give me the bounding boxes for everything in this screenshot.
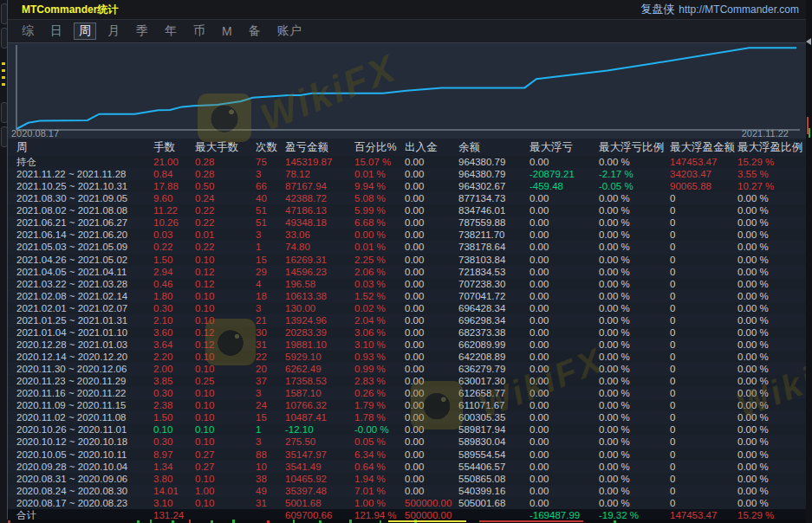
equity-curve-canvas bbox=[8, 43, 806, 139]
table-cell: 0.00 bbox=[529, 278, 599, 290]
table-cell: 0.28 bbox=[195, 168, 256, 180]
table-row[interactable]: 2020.10.12 ~ 2020.10.180.300.103275.500.… bbox=[8, 436, 806, 448]
table-cell: 0.00 % bbox=[599, 436, 670, 448]
table-cell: -20879.21 bbox=[529, 168, 599, 180]
menu-item-2[interactable]: 周 bbox=[74, 23, 96, 40]
table-cell: 0 bbox=[670, 339, 737, 351]
table-row[interactable]: 2020.11.23 ~ 2020.11.293.850.253717358.5… bbox=[8, 375, 806, 387]
table-row[interactable]: 2021.10.25 ~ 2021.10.3117.880.506687167.… bbox=[8, 180, 806, 192]
column-header[interactable]: 余额 bbox=[458, 139, 529, 156]
background-candle-fragment bbox=[189, 520, 191, 523]
column-header[interactable]: 最大浮盈金额 bbox=[670, 139, 737, 156]
table-cell: 5.08 % bbox=[354, 192, 405, 204]
table-row[interactable]: 2020.10.05 ~ 2020.10.118.970.278835147.9… bbox=[8, 449, 806, 461]
column-header[interactable]: 盈亏金额 bbox=[285, 139, 354, 156]
column-header[interactable]: 最大浮亏 bbox=[529, 139, 599, 156]
column-header[interactable]: 周 bbox=[16, 139, 153, 156]
brand-url-link[interactable]: http://MTCommander.com bbox=[679, 3, 799, 16]
table-row[interactable]: 2021.04.26 ~ 2021.05.021.500.101516269.3… bbox=[8, 254, 806, 266]
table-cell: 2021.03.22 ~ 2021.03.28 bbox=[16, 278, 153, 290]
table-cell: 6262.49 bbox=[285, 363, 354, 375]
table-cell: 2020.11.30 ~ 2020.12.06 bbox=[16, 363, 153, 375]
table-cell: 1.00 bbox=[195, 485, 256, 497]
table-cell: 2020.08.17 ~ 2020.08.23 bbox=[16, 497, 153, 509]
table-row[interactable]: 2020.09.28 ~ 2020.10.041.340.27103541.49… bbox=[8, 461, 806, 473]
column-header[interactable]: 出入金 bbox=[405, 139, 458, 156]
table-row[interactable]: 2021.01.25 ~ 2021.01.312.100.102113924.9… bbox=[8, 314, 806, 326]
table-cell: 1.00 % bbox=[354, 497, 405, 509]
menu-item-9[interactable]: 账户 bbox=[272, 23, 307, 40]
column-header[interactable]: 百分比% bbox=[354, 139, 405, 156]
table-row[interactable]: 2020.11.30 ~ 2020.12.062.000.10206262.49… bbox=[8, 363, 806, 375]
column-header[interactable]: 最大浮亏比例 bbox=[599, 139, 670, 156]
table-cell: 66 bbox=[256, 180, 285, 192]
table-row[interactable]: 2020.08.17 ~ 2020.08.233.100.10315001.68… bbox=[8, 497, 806, 509]
table-row[interactable]: 2020.11.09 ~ 2020.11.152.380.102410766.3… bbox=[8, 399, 806, 411]
table-row[interactable]: 2020.12.14 ~ 2020.12.202.200.10225929.10… bbox=[8, 351, 806, 363]
table-cell: 0.00 % bbox=[599, 254, 670, 266]
menu-item-0[interactable]: 综 bbox=[16, 23, 39, 40]
column-header[interactable]: 手数 bbox=[153, 139, 195, 156]
table-row[interactable]: 2021.06.14 ~ 2021.06.200.030.01333.060.0… bbox=[8, 229, 806, 241]
table-row[interactable]: 2021.04.05 ~ 2021.04.112.940.122914596.2… bbox=[8, 266, 806, 278]
table-row[interactable]: 2021.06.21 ~ 2021.06.2710.260.225149348.… bbox=[8, 216, 806, 229]
table-cell: 0.00 bbox=[405, 314, 458, 326]
table-row[interactable]: 2021.02.01 ~ 2021.02.070.300.103130.000.… bbox=[8, 302, 806, 314]
table-cell: 738211.70 bbox=[458, 229, 529, 241]
table-cell: 0 bbox=[670, 449, 737, 461]
table-cell: 0 bbox=[670, 229, 737, 241]
table-cell: 0.00 bbox=[529, 314, 599, 326]
table-cell: 0.00 bbox=[529, 254, 599, 266]
table-row[interactable]: 2021.01.04 ~ 2021.01.103.600.123020283.3… bbox=[8, 326, 806, 339]
table-cell: 0.10 bbox=[195, 290, 256, 302]
table-cell: 49348.18 bbox=[285, 216, 354, 229]
table-row[interactable]: 2021.08.30 ~ 2021.09.059.600.244042388.7… bbox=[8, 192, 806, 204]
menu-item-3[interactable]: 月 bbox=[102, 23, 125, 40]
table-cell: 0.00 % bbox=[737, 387, 806, 399]
table-row[interactable]: 2020.08.31 ~ 2020.09.063.800.103810465.9… bbox=[8, 473, 806, 485]
table-cell: 0.00 % bbox=[737, 192, 806, 204]
table-row[interactable]: 2020.08.24 ~ 2020.08.3014.011.004935397.… bbox=[8, 485, 806, 497]
table-cell: 0.00 bbox=[405, 449, 458, 461]
table-cell: 0 bbox=[670, 204, 737, 216]
table-cell: 10 bbox=[256, 461, 285, 473]
table-row[interactable]: 2020.12.28 ~ 2021.01.033.640.123119881.1… bbox=[8, 339, 806, 351]
table-cell: 787559.88 bbox=[458, 216, 529, 229]
table-cell: 87167.94 bbox=[285, 180, 354, 192]
table-cell: 0 bbox=[670, 302, 737, 314]
table-row[interactable]: 持仓21.000.2875145319.8715.07 %0.00964380.… bbox=[8, 156, 806, 168]
table-row[interactable]: 2021.03.22 ~ 2021.03.280.460.124196.580.… bbox=[8, 278, 806, 290]
table-cell: 2020.11.16 ~ 2020.11.22 bbox=[16, 387, 153, 399]
table-row[interactable]: 2021.02.08 ~ 2021.02.141.800.101810613.3… bbox=[8, 290, 806, 302]
menu-item-7[interactable]: M bbox=[217, 23, 237, 39]
table-row[interactable]: 2020.11.16 ~ 2020.11.220.300.1031587.100… bbox=[8, 387, 806, 399]
table-cell: 14596.23 bbox=[285, 266, 354, 278]
table-cell: 6.68 % bbox=[354, 216, 405, 229]
table-cell: 10613.38 bbox=[285, 290, 354, 302]
table-cell: 0 bbox=[670, 399, 737, 411]
table-row[interactable]: 2021.11.22 ~ 2021.11.280.840.28378.120.0… bbox=[8, 168, 806, 180]
table-row[interactable]: 2020.10.26 ~ 2020.11.010.100.101-12.10-0… bbox=[8, 423, 806, 436]
table-row[interactable]: 2021.05.03 ~ 2021.05.090.220.22174.800.0… bbox=[8, 241, 806, 253]
table-cell: 1587.10 bbox=[285, 387, 354, 399]
table-cell: 0.00 bbox=[529, 229, 599, 241]
menu-item-8[interactable]: 备 bbox=[244, 23, 266, 40]
table-row[interactable]: 2021.08.02 ~ 2021.08.0811.220.225147186.… bbox=[8, 204, 806, 216]
menu-item-5[interactable]: 年 bbox=[159, 23, 182, 40]
table-cell: 49 bbox=[256, 485, 285, 497]
menu-item-1[interactable]: 日 bbox=[45, 23, 68, 40]
table-cell: 738103.84 bbox=[458, 254, 529, 266]
menu-item-6[interactable]: 币 bbox=[188, 23, 211, 40]
table-cell: 0.00 % bbox=[737, 436, 806, 448]
table-cell: 0.10 bbox=[153, 423, 195, 436]
table-cell: 0.00 bbox=[405, 473, 458, 485]
table-cell: 10465.92 bbox=[285, 473, 354, 485]
column-header[interactable]: 最大浮盈比例 bbox=[737, 139, 806, 156]
table-cell: -459.48 bbox=[529, 180, 599, 192]
menu-item-4[interactable]: 季 bbox=[131, 23, 153, 40]
table-cell: 0.00 bbox=[405, 266, 458, 278]
table-cell: 1.78 % bbox=[354, 411, 405, 423]
table-cell: 2.38 bbox=[153, 399, 195, 411]
table-row[interactable]: 2020.11.02 ~ 2020.11.081.500.101510487.4… bbox=[8, 411, 806, 423]
column-header[interactable]: 次数 bbox=[256, 139, 285, 156]
